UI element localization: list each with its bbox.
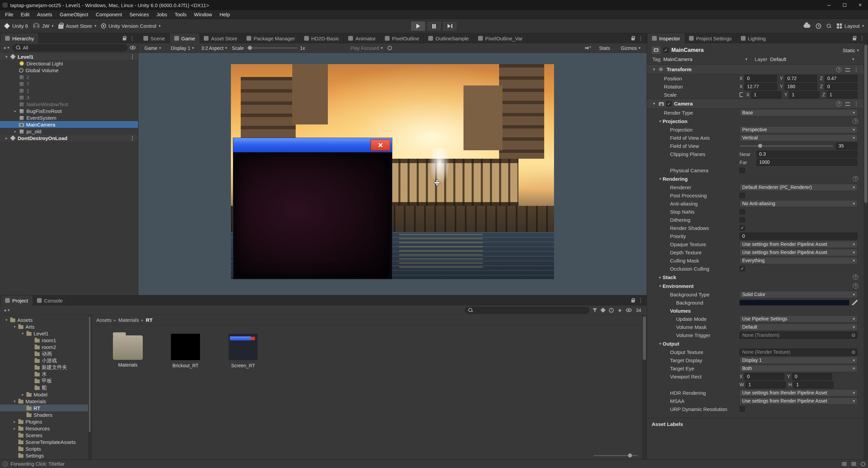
lock-icon[interactable] (853, 38, 856, 40)
hierarchy-item-dontdestroyonload[interactable]: ▸DontDestroyOnLoad⋮ (0, 135, 138, 141)
foldout-arrow-icon[interactable]: ▸ (12, 109, 19, 113)
text-field-priority[interactable]: 0 (739, 233, 857, 240)
game-view[interactable]: × (138, 53, 647, 295)
foldout-arrow-icon[interactable]: ▸ (11, 426, 18, 431)
step-button[interactable] (442, 21, 457, 31)
thumbnail-size-slider[interactable] (594, 455, 638, 456)
vector-field-x[interactable]: 12.77 (744, 83, 777, 90)
checkbox-physical-camera[interactable] (739, 168, 745, 173)
help-icon[interactable]: ? (853, 283, 858, 289)
view-tab-hd2d-basic[interactable]: HD2D-Basic (300, 33, 344, 43)
view-tab-outlinesample[interactable]: OutlineSample (424, 33, 473, 43)
hierarchy-search-input[interactable]: All (13, 44, 127, 51)
object-field-volume-trigger[interactable]: None (Transform)⊙ (739, 332, 857, 339)
gizmos-dropdown[interactable]: Gizmos▾ (618, 44, 643, 52)
object-picker-icon[interactable]: ⊙ (851, 349, 855, 355)
hidden-packages-icon[interactable] (626, 308, 632, 312)
play-button[interactable] (411, 21, 426, 31)
folder-item-scripts[interactable]: Scripts (0, 445, 91, 452)
foldout-arrow-icon[interactable]: ▸ (19, 392, 26, 397)
folder-item-item[interactable]: 甲板 (0, 377, 91, 384)
scrollbar-thumb[interactable] (643, 316, 646, 360)
more-options-icon[interactable]: ⋮ (130, 135, 135, 141)
dropdown-anti-aliasing[interactable]: No Anti-aliasing▾ (739, 200, 857, 207)
more-options-icon[interactable]: ⋮ (638, 297, 643, 304)
folder-item-plugins[interactable]: ▸Plugins (0, 418, 91, 425)
text-field-near[interactable]: 0.3 (756, 151, 857, 158)
vector-field-x[interactable]: 0 (744, 75, 777, 82)
dropdown-field-of-view-axis[interactable]: Vertical▾ (739, 134, 857, 141)
inspector-tab-lighting[interactable]: Lighting (736, 33, 771, 43)
active-checkbox[interactable]: ✓ (663, 47, 669, 53)
folder-item-resources[interactable]: ▸Resources (0, 425, 91, 432)
vector-field-y[interactable]: 180 (785, 83, 817, 90)
hierarchy-item-eventsystem[interactable]: EventSystem (0, 114, 138, 121)
vector-field-x[interactable]: 0 (744, 373, 784, 380)
lock-icon[interactable] (631, 300, 635, 303)
titlebar[interactable]: taptap-gamejam-oct25 - Level1 - Windows,… (0, 0, 868, 10)
asset-item-screen-rt[interactable]: Screen_RT (222, 333, 264, 368)
slider-field-of-view[interactable] (739, 145, 833, 147)
presets-icon[interactable] (845, 68, 850, 72)
color-swatch[interactable] (739, 300, 849, 306)
more-options-icon[interactable]: ⋮ (638, 35, 643, 41)
view-tab-pixeloutline-var[interactable]: PixelOutline_Var (474, 33, 528, 43)
vector-field-y[interactable]: 0 (792, 373, 832, 380)
foldout-arrow-icon[interactable]: ▸ (3, 136, 10, 140)
menu-tools[interactable]: Tools (171, 12, 190, 17)
inspector-scrollbar[interactable] (864, 43, 868, 460)
folder-item-item[interactable]: 小游戏 (0, 357, 91, 364)
hierarchy-item-bugfixenvroot[interactable]: ▸BugFixEnvRoot (0, 108, 138, 114)
menu-help[interactable]: Help (216, 12, 234, 17)
menu-gameobject[interactable]: GameObject (56, 12, 92, 17)
account-button[interactable]: JW ▾ (33, 23, 54, 30)
popup-close-button[interactable]: × (371, 139, 390, 151)
more-options-icon[interactable]: ⋮ (130, 35, 135, 41)
more-options-icon[interactable]: ⋮ (854, 66, 859, 73)
asset-store-button[interactable]: Asset Store ▾ (58, 23, 96, 29)
display-dropdown[interactable]: Display 1▾ (168, 44, 197, 52)
slider-value[interactable]: 35 (836, 142, 857, 150)
vector-field-z[interactable]: 1 (827, 91, 857, 98)
breadcrumb-assets[interactable]: Assets (96, 317, 112, 323)
view-tab-scene[interactable]: Scene (139, 33, 170, 43)
dropdown-projection[interactable]: Perspective▾ (739, 126, 857, 133)
tag-dropdown[interactable]: MainCamera▾ (663, 56, 752, 62)
checkbox-stop-nans[interactable] (739, 209, 745, 214)
foldout-arrow-icon[interactable]: ▾ (3, 318, 10, 322)
folder-item-shaders[interactable]: Shaders (0, 411, 91, 418)
dropdown-culling-mask[interactable]: Everything▾ (739, 257, 857, 264)
hierarchy-item-pc-old[interactable]: ▸pc_old (0, 128, 138, 135)
folder-item-item[interactable]: 新建文件夹 (0, 364, 91, 371)
dropdown-opaque-texture[interactable]: Use settings from Render Pipeline Asset▾ (739, 241, 857, 248)
section-rendering[interactable]: ▾Rendering? (647, 174, 864, 183)
help-icon[interactable]: ? (853, 176, 858, 181)
folder-item-scenes[interactable]: Scenes (0, 432, 91, 438)
folder-item-assets[interactable]: ▾Assets (0, 316, 91, 323)
dropdown-background-type[interactable]: Solid Color▾ (739, 291, 857, 298)
asset-labels-section[interactable]: Asset Labels (647, 418, 864, 430)
hierarchy-item-maincamera[interactable]: MainCamera (0, 121, 138, 128)
project-tab-project[interactable]: Project (1, 295, 33, 306)
foldout-arrow-icon[interactable]: ▸ (12, 129, 19, 134)
menu-component[interactable]: Component (92, 12, 126, 17)
dropdown-render-type[interactable]: Base▾ (739, 109, 857, 116)
dropdown-renderer[interactable]: Default Renderer (PC_Renderer)▾ (739, 184, 857, 191)
layout-dropdown[interactable]: Layout ▾ (837, 23, 864, 29)
undo-history-icon[interactable] (816, 23, 821, 29)
vector-field-h[interactable]: 1 (793, 381, 833, 388)
lock-icon[interactable] (631, 38, 635, 40)
dropdown-update-mode[interactable]: Use Pipeline Settings▾ (739, 315, 857, 323)
more-options-icon[interactable]: ⋮ (854, 101, 859, 107)
menu-edit[interactable]: Edit (17, 12, 33, 17)
close-button[interactable]: × (852, 0, 868, 10)
hierarchy-item-2[interactable]: 2 (0, 74, 138, 80)
folder-item-room2[interactable]: room2 (0, 344, 91, 350)
text-field-far[interactable]: 1000 (756, 159, 857, 166)
menu-jobs[interactable]: Jobs (153, 12, 171, 17)
hierarchy-item-directional-light[interactable]: Directional Light (0, 60, 138, 67)
help-icon[interactable]: ? (836, 101, 842, 106)
unity-version-button[interactable]: Unity 6 (4, 23, 28, 29)
folder-item-arts[interactable]: ▾Arts (0, 323, 91, 330)
section-output[interactable]: ▾Output (647, 339, 864, 348)
